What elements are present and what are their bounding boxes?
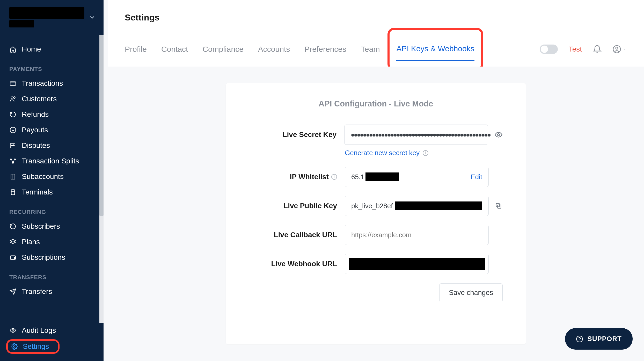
label-public-key: Live Public Key [249, 202, 345, 210]
row-callback-url: Live Callback URL [249, 225, 503, 245]
label-callback-url: Live Callback URL [249, 231, 345, 239]
terminal-icon [9, 189, 17, 196]
row-public-key: Live Public Key pk_live_b28ef [249, 196, 503, 216]
input-callback-url[interactable] [345, 225, 489, 245]
user-menu[interactable] [612, 45, 627, 54]
generate-secret-link[interactable]: Generate new secret key i [345, 149, 503, 157]
input-webhook-url[interactable] [345, 254, 489, 274]
svg-point-18 [616, 47, 618, 49]
sidebar-item-audit-logs[interactable]: Audit Logs [0, 323, 104, 338]
info-icon: i [331, 174, 337, 180]
svg-rect-0 [10, 82, 16, 85]
sidebar-item-payouts[interactable]: Payouts [0, 122, 104, 138]
tab-contact[interactable]: Contact [161, 35, 188, 63]
tab-profile[interactable]: Profile [125, 35, 147, 63]
row-ip-whitelist: IP Whitelist i 65.1 Edit [249, 167, 503, 187]
sidebar-item-label: Payouts [22, 126, 48, 134]
svg-rect-9 [11, 174, 15, 179]
test-mode-label: Test [569, 45, 582, 53]
help-icon [576, 335, 583, 343]
sidebar-item-label: Customers [22, 95, 57, 103]
input-public-key[interactable]: pk_live_b28ef [345, 196, 489, 216]
book-icon [9, 173, 17, 180]
tabs: Profile Contact Compliance Accounts Pref… [108, 34, 644, 64]
send-icon [9, 288, 17, 295]
support-label: SUPPORT [587, 335, 622, 343]
tab-team[interactable]: Team [361, 35, 380, 63]
bell-icon[interactable] [593, 45, 602, 54]
copy-icon[interactable] [495, 202, 502, 210]
ip-redacted [365, 172, 399, 181]
chevron-down-icon [89, 14, 96, 21]
chevron-down-icon [623, 47, 627, 51]
main: Settings Profile Contact Compliance Acco… [108, 0, 644, 361]
page-title: Settings [108, 0, 644, 34]
ip-whitelist-prefix: 65.1 [351, 173, 364, 181]
generate-link-text: Generate new secret key [345, 149, 420, 157]
api-config-card: API Configuration - Live Mode Live Secre… [226, 83, 526, 344]
sidebar-item-label: Transactions [22, 79, 63, 88]
tab-compliance[interactable]: Compliance [202, 35, 243, 63]
svg-point-2 [11, 97, 13, 99]
public-key-redacted [395, 201, 482, 210]
input-ip-whitelist[interactable]: 65.1 Edit [345, 167, 489, 187]
sidebar-item-terminals[interactable]: Terminals [0, 184, 104, 200]
sidebar-item-label: Subscribers [22, 222, 60, 230]
org-switcher[interactable] [0, 0, 104, 35]
flag-icon [9, 142, 17, 149]
sidebar-item-disputes[interactable]: Disputes [0, 138, 104, 153]
refresh-icon [9, 223, 17, 230]
scrollbar[interactable] [99, 35, 104, 323]
home-icon [9, 46, 17, 53]
sidebar-item-label: Terminals [22, 188, 53, 196]
sidebar-item-transfers[interactable]: Transfers [0, 284, 104, 299]
row-webhook-url: Live Webhook URL [249, 254, 503, 274]
webhook-url-redacted [349, 258, 485, 270]
section-label-payments: PAYMENTS [0, 57, 104, 76]
tab-api-keys-highlight: API Keys & Webhooks [387, 28, 483, 71]
label-text: IP Whitelist [290, 173, 329, 181]
toggle-knob [541, 46, 548, 53]
scrollbar-thumb[interactable] [99, 35, 104, 216]
org-name-redacted [9, 7, 84, 19]
card-icon [9, 80, 17, 87]
reveal-secret-icon[interactable] [494, 131, 503, 139]
public-key-prefix: pk_live_b28ef [351, 202, 393, 210]
sidebar-item-home[interactable]: Home [0, 41, 104, 57]
wallet-icon [9, 254, 17, 261]
label-ip-whitelist: IP Whitelist i [249, 173, 345, 181]
sidebar-item-subaccounts[interactable]: Subaccounts [0, 169, 104, 184]
sidebar-item-label: Disputes [22, 141, 50, 150]
svg-point-16 [13, 346, 15, 348]
test-mode-toggle[interactable] [540, 45, 558, 54]
tab-preferences[interactable]: Preferences [304, 35, 346, 63]
tab-accounts[interactable]: Accounts [258, 35, 290, 63]
sidebar-item-transaction-splits[interactable]: Transaction Splits [0, 153, 104, 169]
sidebar-item-label: Transfers [22, 287, 52, 296]
label-secret-key: Live Secret Key [249, 131, 344, 139]
sidebar-item-label: Subaccounts [22, 172, 64, 181]
layers-icon [9, 239, 17, 245]
save-button[interactable]: Save changes [439, 283, 503, 302]
row-secret-key: Live Secret Key ●●●●●●●●●●●●●●●●●●●●●●●●… [249, 125, 503, 145]
eye-icon [9, 327, 17, 334]
sidebar-item-customers[interactable]: Customers [0, 91, 104, 107]
sidebar-item-label: Subscriptions [22, 253, 65, 262]
tab-api-keys[interactable]: API Keys & Webhooks [396, 34, 474, 63]
sidebar-item-subscriptions[interactable]: Subscriptions [0, 250, 104, 265]
content: API Configuration - Live Mode Live Secre… [108, 67, 644, 361]
sidebar-item-plans[interactable]: Plans [0, 234, 104, 250]
support-button[interactable]: SUPPORT [565, 328, 633, 350]
label-webhook-url: Live Webhook URL [249, 260, 345, 268]
input-secret-key[interactable]: ●●●●●●●●●●●●●●●●●●●●●●●●●●●●●●●●●●●●●●●●… [344, 125, 488, 145]
gear-icon [11, 343, 18, 350]
sidebar-item-label: Transaction Splits [22, 157, 79, 165]
sidebar-item-transactions[interactable]: Transactions [0, 76, 104, 91]
org-sub-redacted [9, 20, 34, 27]
callback-url-field[interactable] [351, 231, 482, 239]
sidebar-item-subscribers[interactable]: Subscribers [0, 219, 104, 234]
sidebar-item-settings[interactable]: Settings [6, 339, 60, 354]
section-label-recurring: RECURRING [0, 200, 104, 219]
sidebar-item-refunds[interactable]: Refunds [0, 107, 104, 122]
edit-ip-link[interactable]: Edit [471, 173, 482, 181]
